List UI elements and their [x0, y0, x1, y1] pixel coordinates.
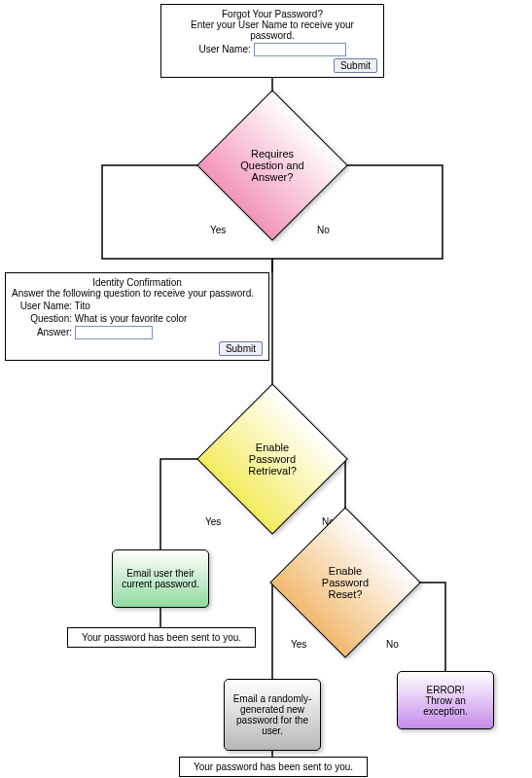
branch2-yes-label: Yes — [205, 516, 221, 527]
forgot-title: Forgot Your Password? — [167, 9, 377, 19]
identity-prompt: Answer the following question to receive… — [12, 288, 263, 299]
decision-enable-retrieval: Enable Password Retrieval? — [219, 406, 326, 513]
identity-question-value: What is your favorite color — [75, 313, 188, 324]
result-sent-1: Your password has been sent to you. — [67, 627, 256, 648]
identity-title: Identity Confirmation — [12, 277, 263, 288]
action-email-current-password: Email user their current password. — [112, 549, 209, 608]
username-input[interactable] — [254, 43, 346, 56]
decision1-label: Requires Question and Answer? — [219, 112, 326, 219]
identity-answer-label: Answer: — [12, 327, 72, 337]
decision3-label: Enable Password Reset? — [292, 529, 399, 636]
branch3-yes-label: Yes — [291, 639, 306, 650]
forgot-submit-button[interactable]: Submit — [334, 58, 377, 73]
branch3-no-label: No — [386, 639, 399, 650]
identity-submit-button[interactable]: Submit — [219, 341, 263, 356]
forgot-password-form: Forgot Your Password? Enter your User Na… — [160, 4, 384, 78]
decision-requires-qa: Requires Question and Answer? — [219, 112, 326, 219]
result-sent-2: Your password has been sent to you. — [179, 757, 368, 777]
forgot-prompt: Enter your User Name to receive your pas… — [167, 19, 377, 41]
action-error-line1: ERROR! — [427, 685, 465, 695]
decision2-label: Enable Password Retrieval? — [219, 406, 326, 513]
action-grey-text: Email a randomly-generated new password … — [229, 693, 316, 736]
branch1-yes-label: Yes — [210, 225, 226, 235]
action-error: ERROR! Throw an exception. — [397, 671, 494, 729]
identity-question-label: Question: — [12, 313, 72, 324]
identity-username-label: User Name: — [12, 301, 72, 311]
identity-confirmation-form: Identity Confirmation Answer the followi… — [5, 272, 269, 361]
identity-answer-input[interactable] — [75, 326, 153, 339]
branch1-no-label: No — [317, 225, 330, 235]
decision-enable-reset: Enable Password Reset? — [292, 529, 399, 636]
username-label: User Name: — [198, 44, 250, 54]
identity-username-value: Tito — [75, 301, 90, 311]
action-email-new-password: Email a randomly-generated new password … — [224, 679, 321, 751]
action-error-line2: Throw an exception. — [423, 695, 468, 717]
action-green-text: Email user their current password. — [117, 568, 204, 589]
